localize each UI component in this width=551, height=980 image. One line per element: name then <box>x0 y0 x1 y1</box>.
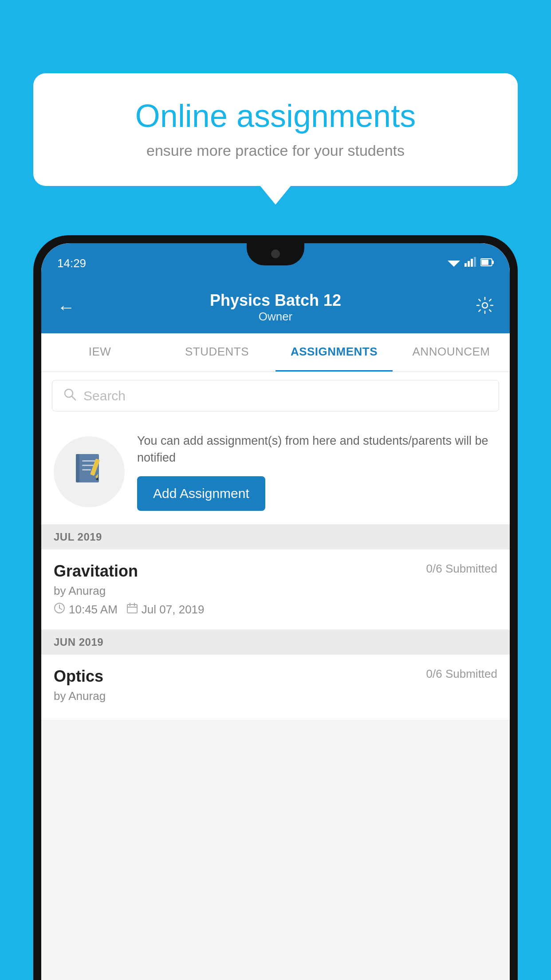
calendar-icon <box>126 602 138 617</box>
section-header-jul: JUL 2019 <box>41 525 510 549</box>
settings-button[interactable] <box>476 296 494 318</box>
assignment-item-optics[interactable]: Optics 0/6 Submitted by Anurag <box>41 655 510 720</box>
assignment-date: Jul 07, 2019 <box>142 603 205 616</box>
svg-line-11 <box>72 396 75 400</box>
signal-icon <box>464 257 476 269</box>
svg-point-9 <box>482 303 488 308</box>
meta-date: Jul 07, 2019 <box>126 602 205 617</box>
phone-screen: 14:29 <box>41 243 510 980</box>
svg-rect-7 <box>492 261 494 264</box>
search-input-wrapper[interactable]: Search <box>52 380 499 411</box>
header-subtitle: Owner <box>75 310 476 324</box>
svg-rect-5 <box>474 257 476 267</box>
svg-rect-16 <box>82 469 91 470</box>
meta-time: 10:45 AM <box>54 602 118 617</box>
header-title: Physics Batch 12 <box>75 291 476 310</box>
tabs-container: IEW STUDENTS ASSIGNMENTS ANNOUNCEM <box>41 333 510 372</box>
status-time: 14:29 <box>57 257 86 270</box>
back-button[interactable]: ← <box>57 297 75 317</box>
section-header-jun: JUN 2019 <box>41 630 510 655</box>
battery-icon <box>480 257 494 269</box>
assignment-submitted-optics: 0/6 Submitted <box>426 667 497 681</box>
assignment-row-top-optics: Optics 0/6 Submitted <box>54 667 497 686</box>
phone-frame: 14:29 <box>33 235 518 980</box>
assignment-name-optics: Optics <box>54 667 103 686</box>
add-assignment-button[interactable]: Add Assignment <box>137 476 265 511</box>
svg-rect-4 <box>471 259 473 267</box>
assignment-meta: 10:45 AM Jul 07, 2019 <box>54 602 497 617</box>
bubble-title: Online assignments <box>60 98 491 134</box>
svg-line-22 <box>59 608 62 609</box>
svg-rect-8 <box>481 260 488 265</box>
phone-notch <box>247 243 304 265</box>
svg-rect-23 <box>127 605 137 613</box>
assignment-time: 10:45 AM <box>69 603 118 616</box>
speech-bubble: Online assignments ensure more practice … <box>33 73 518 186</box>
speech-bubble-container: Online assignments ensure more practice … <box>33 73 518 186</box>
svg-rect-13 <box>76 454 79 482</box>
wifi-icon <box>448 257 460 269</box>
add-assignment-section: You can add assignment(s) from here and … <box>41 419 510 525</box>
assignment-item-gravitation[interactable]: Gravitation 0/6 Submitted by Anurag 10:4… <box>41 549 510 630</box>
svg-rect-3 <box>468 261 470 267</box>
bubble-subtitle: ensure more practice for your students <box>60 142 491 159</box>
assignment-by-optics: by Anurag <box>54 689 497 703</box>
svg-rect-2 <box>464 263 467 267</box>
svg-rect-14 <box>82 460 95 462</box>
search-icon <box>63 387 76 404</box>
assignment-icon-circle <box>54 436 125 507</box>
notch-camera <box>271 249 280 258</box>
notebook-icon <box>71 450 107 493</box>
clock-icon <box>54 602 65 617</box>
assignment-name: Gravitation <box>54 562 138 581</box>
tab-announcements[interactable]: ANNOUNCEM <box>393 333 510 371</box>
tab-students[interactable]: STUDENTS <box>158 333 276 371</box>
status-bar: 14:29 <box>41 243 510 283</box>
app-header: ← Physics Batch 12 Owner <box>41 283 510 333</box>
assignment-row-top: Gravitation 0/6 Submitted <box>54 562 497 581</box>
header-center: Physics Batch 12 Owner <box>75 291 476 324</box>
assignment-by: by Anurag <box>54 584 497 598</box>
search-container: Search <box>41 372 510 419</box>
add-assignment-description: You can add assignment(s) from here and … <box>137 433 497 466</box>
assignment-submitted: 0/6 Submitted <box>426 562 497 576</box>
search-placeholder: Search <box>83 388 126 403</box>
status-icons <box>448 257 494 269</box>
tab-iew[interactable]: IEW <box>41 333 158 371</box>
tab-assignments[interactable]: ASSIGNMENTS <box>276 333 393 371</box>
add-assignment-content: You can add assignment(s) from here and … <box>137 433 497 511</box>
